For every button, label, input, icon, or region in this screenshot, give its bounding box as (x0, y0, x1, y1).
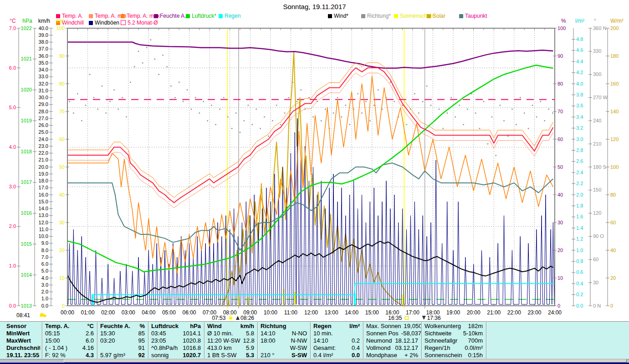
svg-text:39.0: 39.0 (39, 32, 48, 38)
svg-text:0.2: 0.2 (576, 292, 583, 297)
axis-kmh: 40.039.038.037.036.035.034.033.032.031.0… (39, 25, 53, 308)
svg-text:19:00: 19:00 (446, 309, 460, 316)
svg-text:22.0: 22.0 (39, 150, 48, 156)
series-temp (67, 68, 553, 202)
cell-label: Mondphase (366, 352, 397, 359)
cell-label: Sensor (6, 323, 26, 329)
scrollbar-thumb[interactable] (64, 359, 627, 363)
table-row: sonnig1020.7 (148, 351, 204, 359)
svg-text:30: 30 (557, 220, 563, 225)
cell-label: Wind (207, 323, 222, 329)
svg-text:2.0: 2.0 (9, 223, 16, 229)
svg-text:0: 0 (610, 303, 613, 308)
cell-label: 1 Bft S-SW (207, 352, 236, 359)
svg-text:1013: 1013 (21, 303, 32, 308)
cell-label: Wolkenunterg (424, 323, 461, 329)
chart-svg: 7.06.05.04.03.02.01.00.01022102110201019… (0, 0, 629, 321)
table-row: 03:451014.1 (148, 329, 204, 337)
cell-value: hPa (190, 323, 201, 329)
svg-text:21:00: 21:00 (487, 309, 501, 316)
svg-text:38.0: 38.0 (39, 39, 48, 45)
svg-text:1021: 1021 (21, 56, 32, 61)
svg-text:1.0: 1.0 (9, 263, 16, 268)
cell-value: 0.2 (352, 337, 360, 344)
svg-text:05:00: 05:00 (162, 309, 176, 316)
svg-text:90 O: 90 O (593, 233, 604, 239)
svg-text:30: 30 (593, 280, 598, 285)
cell-label: Luftdruck (151, 323, 179, 329)
axis-°: 360 N330300270 W240210180 S15012090 O603… (588, 25, 608, 308)
cell-value: 18.12.17 (395, 337, 418, 344)
svg-text:1020: 1020 (21, 87, 32, 92)
svg-text:2.2: 2.2 (576, 181, 583, 186)
svg-text:60: 60 (593, 257, 598, 262)
chart-area: 7.06.05.04.03.02.01.00.01022102110201019… (0, 0, 629, 321)
svg-text:40: 40 (557, 192, 563, 197)
table-row: 10 min. (311, 329, 363, 337)
svg-text:31.0: 31.0 (39, 88, 48, 93)
weather-chart-window: Sonntag, 19.11.2017 Temp. A.Temp. A. min… (0, 0, 629, 364)
svg-text:W/m²: W/m² (610, 18, 624, 24)
svg-text:2.0: 2.0 (41, 289, 48, 294)
axis-°C: 7.06.05.04.03.02.01.00.0 (9, 25, 20, 308)
svg-text:11.0: 11.0 (39, 227, 48, 232)
cell-value: N-NW (291, 337, 307, 344)
table-row: Neumond18.12.17 (363, 337, 421, 344)
table-row: Schneefallgr700m (422, 337, 486, 344)
column-feuchte-a-: Feuchte A.%15:308503:2095915.97 g/m³92 (97, 322, 148, 359)
svg-text:1.2: 1.2 (576, 236, 583, 242)
svg-text:0: 0 (62, 303, 65, 308)
cell-value: 5-10km (463, 330, 483, 337)
cell-label: Richtung (261, 323, 286, 329)
svg-text:90: 90 (59, 53, 65, 59)
svg-text:17.0: 17.0 (39, 185, 48, 190)
svg-text:13.0: 13.0 (39, 212, 48, 218)
svg-text:28.0: 28.0 (39, 109, 48, 114)
svg-text:20: 20 (59, 248, 65, 253)
svg-text:29.0: 29.0 (39, 101, 48, 107)
cell-value: W-SW (290, 344, 307, 351)
svg-text:12.0: 12.0 (39, 220, 48, 225)
svg-text:15.0: 15.0 (39, 199, 48, 204)
svg-text:1.8: 1.8 (576, 203, 583, 208)
sunrise-sun-icon (227, 315, 234, 322)
axis-Wm: 200180160140120100806040200 (606, 25, 619, 308)
svg-text:240: 240 (593, 118, 601, 123)
svg-text:6.0: 6.0 (9, 65, 16, 71)
cell-label: Neumond (366, 337, 392, 344)
svg-text:3.4: 3.4 (576, 114, 583, 120)
cell-label: Regen/1h (424, 344, 450, 351)
cell-label: MinWert (6, 330, 30, 337)
svg-text:l/m²: l/m² (575, 18, 584, 24)
table-row: 18:00N-NW (258, 337, 310, 344)
series-solar (67, 52, 553, 306)
svg-text:36.0: 36.0 (39, 53, 48, 59)
row-label: Durchschnitt (4, 344, 40, 351)
svg-text:24:00: 24:00 (548, 309, 562, 316)
cell-value: N-NO (292, 330, 307, 337)
svg-text:1022: 1022 (21, 25, 32, 31)
cell-label: sonnig (151, 352, 169, 359)
table-row: Wolkenunterg182m (422, 322, 486, 329)
cell-label: Gesamt: (313, 344, 336, 351)
svg-text:60: 60 (59, 136, 65, 142)
svg-text:13:00: 13:00 (325, 309, 338, 316)
svg-text:4.0: 4.0 (9, 144, 16, 150)
cell-value: 1016.8 (183, 344, 201, 351)
svg-text:32.0: 32.0 (39, 81, 48, 86)
cell-value: 92 (138, 352, 145, 359)
svg-text:50: 50 (557, 164, 563, 170)
cell-label: Feuchte A. (100, 323, 130, 329)
svg-text:4.0: 4.0 (576, 81, 583, 86)
cell-value: 19,050° (404, 323, 421, 329)
svg-text:4.6: 4.6 (576, 47, 583, 53)
x-axis-labels: 00:0001:0002:0003:0004:0005:0006:0007:00… (61, 309, 562, 316)
cell-label: ( - 1.04 ) (45, 344, 67, 351)
svg-text:1.0: 1.0 (576, 248, 583, 253)
table-row: Ø 10 min.5.8 (205, 329, 257, 337)
column-header: Richtung (258, 322, 310, 329)
svg-text:270 W: 270 W (593, 95, 608, 100)
table-row: Sichtweite5-10km (422, 329, 486, 337)
table-row: Mondphase+ 2% (363, 351, 421, 359)
cell-value: S-SW (291, 352, 307, 359)
